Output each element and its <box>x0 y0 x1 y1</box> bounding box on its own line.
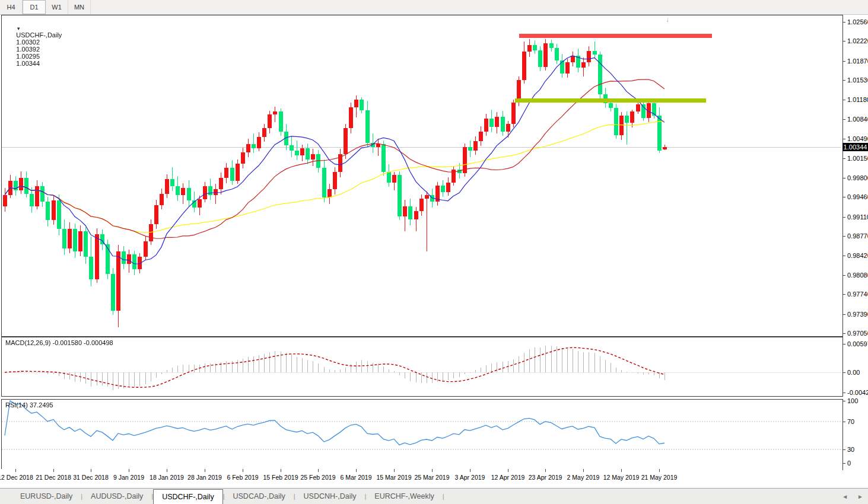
date-tick <box>318 469 319 472</box>
timeframe-toolbar: H4D1W1MN <box>0 0 868 15</box>
price-tick <box>843 294 845 295</box>
tab-audusd-daily[interactable]: AUDUSD-,Daily <box>82 489 151 504</box>
rsi-tick <box>843 463 845 464</box>
macd-label: MACD(12,26,9) -0.001580 -0.000498 <box>5 339 113 346</box>
date-tick <box>281 469 281 472</box>
price-axis-label: 1.00840 <box>847 116 868 123</box>
date-axis[interactable]: 12 Dec 201821 Dec 201831 Dec 20189 Jan 2… <box>1 469 842 487</box>
price-axis-label: 1.02560 <box>847 18 868 25</box>
price-chart-panel: ▼ USDCHF-,Daily 1.00302 1.00392 1.00295 … <box>1 15 843 337</box>
ohlc-high: 1.00392 <box>16 46 40 53</box>
price-axis-label: 1.00490 <box>847 135 868 142</box>
date-tick <box>545 469 546 472</box>
date-axis-label: 25 Mar 2019 <box>415 474 450 481</box>
tab-scroll-controls: ◄ ► <box>842 489 863 504</box>
macd-tick <box>843 372 845 373</box>
date-tick <box>659 469 660 472</box>
date-tick <box>243 469 243 472</box>
price-axis-label: 0.98080 <box>847 272 868 279</box>
rsi-tick <box>843 401 845 401</box>
ohlc-close: 1.00344 <box>16 60 40 67</box>
price-tick <box>843 314 845 315</box>
price-axis-label: 1.01530 <box>847 76 868 84</box>
macd-indicator-chart[interactable] <box>2 337 841 395</box>
trading-terminal-window: H4D1W1MN ▼ USDCHF-,Daily 1.00302 1.00392… <box>0 0 868 504</box>
date-axis-label: 6 Mar 2019 <box>340 474 371 481</box>
macd-axis-label: 0.00597 <box>847 340 868 347</box>
price-axis-label: 0.98420 <box>847 252 868 259</box>
rsi-axis-label: 70 <box>847 418 854 425</box>
date-tick <box>205 469 205 472</box>
date-tick <box>129 469 129 472</box>
tab-usdchf-daily[interactable]: USDCHF-,Daily <box>153 489 223 504</box>
date-axis-label: 25 Feb 2019 <box>301 474 336 481</box>
date-axis-label: 21 Dec 2018 <box>36 474 71 481</box>
price-tick <box>843 275 845 276</box>
date-tick <box>356 469 357 472</box>
rsi-value: 37.2495 <box>30 401 53 409</box>
timeframe-button-w1[interactable]: W1 <box>46 0 68 14</box>
rsi-tick <box>843 449 845 450</box>
timeframe-button-d1[interactable]: D1 <box>23 0 46 14</box>
ohlc-low: 1.00295 <box>16 53 40 60</box>
date-axis-label: 15 Feb 2019 <box>263 474 298 481</box>
date-tick <box>53 469 54 472</box>
rsi-axis-label: 100 <box>847 397 858 404</box>
rsi-label: RSI(14) 37.2495 <box>5 401 53 409</box>
date-axis-label: 18 Jan 2019 <box>150 474 184 481</box>
date-tick <box>167 469 167 472</box>
price-axis-label: 0.98770 <box>847 232 868 240</box>
macd-main-value: -0.001580 <box>52 339 82 346</box>
date-tick <box>508 469 508 472</box>
price-tick <box>843 139 845 139</box>
price-tick <box>843 158 845 159</box>
price-tick <box>843 22 845 23</box>
symbol-dropdown-icon[interactable]: ▼ <box>16 26 21 31</box>
price-axis[interactable]: 1.025601.022201.018701.015301.011801.008… <box>843 15 868 469</box>
tab-scroll-right-icon[interactable]: ► <box>857 493 863 500</box>
macd-axis-label: 0.00 <box>847 369 860 376</box>
price-axis-label: 0.99800 <box>847 174 868 181</box>
timeframe-button-mn[interactable]: MN <box>68 0 91 14</box>
tab-eurusd-daily[interactable]: EURUSD-,Daily <box>12 489 81 504</box>
macd-indicator-panel: MACD(12,26,9) -0.001580 -0.000498 <box>1 337 843 397</box>
timeframe-button-h4[interactable]: H4 <box>0 0 23 14</box>
date-tick <box>91 469 91 472</box>
date-axis-label: 3 Apr 2019 <box>455 474 485 481</box>
macd-tick <box>843 393 845 393</box>
chart-symbol-label: USDCHF-,Daily <box>16 31 62 39</box>
macd-tick <box>843 344 845 344</box>
rsi-indicator-panel: RSI(14) 37.2495 <box>1 399 843 470</box>
date-axis-label: 31 Dec 2018 <box>73 474 109 481</box>
rsi-tick <box>843 422 845 422</box>
date-axis-label: 2 May 2019 <box>567 474 600 481</box>
date-axis-label: 6 Feb 2019 <box>227 474 258 481</box>
date-axis-label: 28 Jan 2019 <box>187 474 222 481</box>
tab-eurchf-weekly[interactable]: EURCHF-,Weekly <box>366 489 442 504</box>
price-tick <box>843 61 845 62</box>
price-axis-label: 0.97050 <box>847 330 868 337</box>
price-tick <box>843 333 845 334</box>
price-axis-label: 0.99110 <box>847 213 868 221</box>
date-tick <box>621 469 622 472</box>
price-axis-label: 1.01870 <box>847 58 868 65</box>
date-tick <box>432 469 433 472</box>
price-axis-label: 0.97390 <box>847 311 868 318</box>
macd-signal-value: -0.000498 <box>84 339 113 346</box>
chart-shift-icon[interactable]: ↓ <box>666 15 669 24</box>
tab-scroll-left-icon[interactable]: ◄ <box>842 493 848 500</box>
price-tick <box>843 217 845 218</box>
rsi-axis-label: 30 <box>847 446 854 453</box>
tab-usdcnh-daily[interactable]: USDCNH-,Daily <box>295 489 365 504</box>
macd-axis-label: -0.004243 <box>847 389 868 396</box>
chart-tab-bar: EURUSD-,Daily|AUDUSD-,Daily|USDCHF-,Dail… <box>0 488 868 504</box>
price-tick <box>843 178 845 178</box>
tab-separator: | <box>443 489 444 504</box>
date-tick <box>470 469 470 472</box>
price-axis-label: 0.99460 <box>847 193 868 200</box>
rsi-indicator-chart[interactable] <box>2 400 841 468</box>
date-tick <box>394 469 395 472</box>
ohlc-open: 1.00302 <box>16 39 40 46</box>
tab-usdcad-daily[interactable]: USDCAD-,Daily <box>224 489 293 504</box>
main-price-chart[interactable] <box>2 15 841 335</box>
